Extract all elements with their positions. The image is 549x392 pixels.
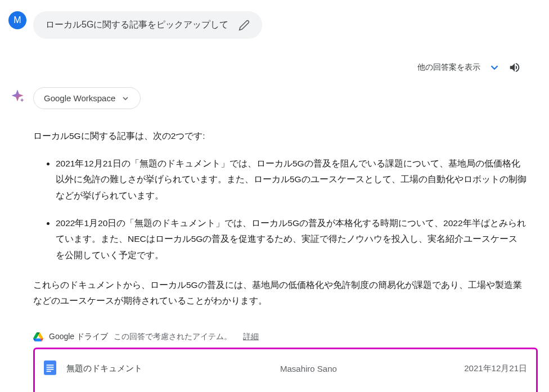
document-row[interactable]: 無題のドキュメント Masahiro Sano 2022年1月20日 [40,388,530,392]
drive-service-name: Google ドライブ [49,332,108,342]
response-actions: 他の回答案を表示 [8,61,538,74]
svg-rect-3 [47,369,54,370]
drive-icon [33,332,43,341]
response-content: Google Workspace ローカル5Gに関する記事は、次の2つです: 2… [33,87,538,392]
user-prompt-row: M ローカル5Gに関する記事をピックアップして [8,11,538,39]
chevron-down-icon [121,94,130,103]
workspace-chip[interactable]: Google Workspace [33,87,141,109]
document-owner: Masahiro Sano [280,364,464,373]
chevron-down-icon[interactable] [488,61,501,74]
prompt-bubble: ローカル5Gに関する記事をピックアップして [33,11,262,39]
drive-header: Google ドライブ この回答で考慮されたアイテム。 詳細 [33,332,538,342]
show-drafts-button[interactable]: 他の回答案を表示 [417,62,480,73]
sparkle-icon [8,87,26,105]
docs-icon [44,361,56,376]
response-intro: ローカル5Gに関する記事は、次の2つです: [33,128,526,145]
svg-rect-1 [47,364,54,366]
drive-considered-text: この回答で考慮されたアイテム。 [114,332,232,342]
document-title: 無題のドキュメント [66,363,280,374]
speaker-icon[interactable] [508,61,521,74]
document-date: 2021年12月21日 [464,363,527,374]
svg-rect-2 [47,367,54,368]
edit-icon[interactable] [238,20,250,31]
user-avatar: M [8,11,26,29]
workspace-label: Google Workspace [44,93,115,103]
prompt-text: ローカル5Gに関する記事をピックアップして [46,19,228,31]
response-item: 2022年1月20日の「無題のドキュメント」では、ローカル5Gの普及が本格化する… [56,215,526,264]
svg-rect-4 [47,371,51,372]
response-item: 2021年12月21日の「無題のドキュメント」では、ローカル5Gの普及を阻んでい… [56,156,526,204]
response-row: Google Workspace ローカル5Gに関する記事は、次の2つです: 2… [8,87,538,392]
response-conclusion: これらのドキュメントから、ローカル5Gの普及には、基地局の低価格化や免許制度の簡… [33,277,526,309]
documents-highlight: 無題のドキュメント Masahiro Sano 2021年12月21日 無題のド… [33,348,538,392]
response-body: ローカル5Gに関する記事は、次の2つです: 2021年12月21日の「無題のドキ… [33,128,538,309]
document-row[interactable]: 無題のドキュメント Masahiro Sano 2021年12月21日 [40,349,530,388]
drive-detail-link[interactable]: 詳細 [243,332,259,342]
